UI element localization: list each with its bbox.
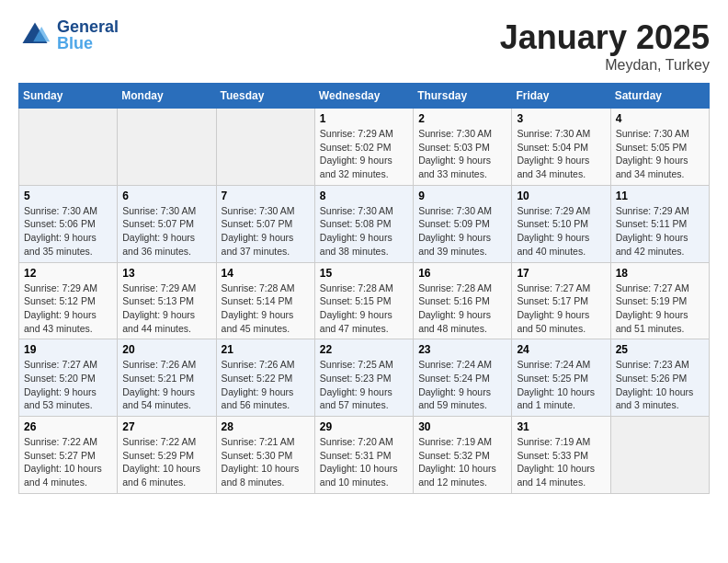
day-number: 9 — [418, 190, 506, 202]
day-number: 19 — [24, 343, 112, 356]
logo-text: General Blue — [57, 18, 119, 52]
calendar-day-cell: 22Sunrise: 7:25 AMSunset: 5:23 PMDayligh… — [314, 339, 413, 417]
day-info: Sunrise: 7:30 AMSunset: 5:05 PMDaylight:… — [616, 127, 704, 181]
day-number: 27 — [122, 420, 210, 433]
day-info: Sunrise: 7:27 AMSunset: 5:19 PMDaylight:… — [616, 282, 704, 336]
weekday-header-cell: Saturday — [610, 84, 709, 109]
calendar-day-cell — [19, 109, 118, 186]
day-info: Sunrise: 7:30 AMSunset: 5:09 PMDaylight:… — [418, 204, 506, 259]
day-number: 21 — [222, 343, 310, 356]
calendar-day-cell: 10Sunrise: 7:29 AMSunset: 5:10 PMDayligh… — [512, 185, 610, 262]
day-info: Sunrise: 7:25 AMSunset: 5:23 PMDaylight:… — [320, 358, 408, 412]
calendar-day-cell: 29Sunrise: 7:20 AMSunset: 5:31 PMDayligh… — [314, 417, 413, 494]
calendar-day-cell: 18Sunrise: 7:27 AMSunset: 5:19 PMDayligh… — [610, 262, 709, 339]
day-info: Sunrise: 7:29 AMSunset: 5:10 PMDaylight:… — [517, 204, 605, 259]
day-number: 6 — [122, 190, 210, 202]
calendar-day-cell: 28Sunrise: 7:21 AMSunset: 5:30 PMDayligh… — [216, 417, 314, 494]
day-number: 20 — [122, 343, 210, 356]
day-number: 11 — [616, 190, 704, 202]
day-number: 17 — [517, 267, 605, 280]
page-header: General Blue January 2025 Meydan, Turkey — [18, 18, 710, 74]
day-number: 14 — [222, 267, 310, 280]
day-number: 25 — [616, 343, 704, 356]
day-info: Sunrise: 7:29 AMSunset: 5:11 PMDaylight:… — [616, 204, 704, 259]
logo-line2: Blue — [57, 35, 119, 52]
day-number: 29 — [320, 420, 408, 433]
day-number: 30 — [418, 420, 506, 433]
calendar-week-row: 5Sunrise: 7:30 AMSunset: 5:06 PMDaylight… — [19, 185, 710, 262]
calendar-day-cell: 17Sunrise: 7:27 AMSunset: 5:17 PMDayligh… — [512, 262, 610, 339]
day-number: 1 — [320, 112, 408, 125]
day-info: Sunrise: 7:26 AMSunset: 5:22 PMDaylight:… — [222, 358, 310, 412]
calendar-day-cell: 5Sunrise: 7:30 AMSunset: 5:06 PMDaylight… — [19, 185, 118, 262]
calendar-day-cell — [216, 109, 314, 186]
weekday-header-row: SundayMondayTuesdayWednesdayThursdayFrid… — [19, 84, 710, 109]
day-info: Sunrise: 7:19 AMSunset: 5:32 PMDaylight:… — [418, 435, 506, 489]
calendar-day-cell: 20Sunrise: 7:26 AMSunset: 5:21 PMDayligh… — [118, 339, 216, 417]
calendar: SundayMondayTuesdayWednesdayThursdayFrid… — [18, 83, 710, 494]
day-info: Sunrise: 7:22 AMSunset: 5:29 PMDaylight:… — [122, 435, 210, 489]
title-block: January 2025 Meydan, Turkey — [500, 18, 710, 74]
calendar-day-cell: 16Sunrise: 7:28 AMSunset: 5:16 PMDayligh… — [414, 262, 512, 339]
day-number: 23 — [418, 343, 506, 356]
calendar-day-cell: 1Sunrise: 7:29 AMSunset: 5:02 PMDaylight… — [314, 109, 413, 186]
day-info: Sunrise: 7:27 AMSunset: 5:17 PMDaylight:… — [517, 282, 605, 336]
calendar-day-cell: 19Sunrise: 7:27 AMSunset: 5:20 PMDayligh… — [19, 339, 118, 417]
calendar-week-row: 1Sunrise: 7:29 AMSunset: 5:02 PMDaylight… — [19, 109, 710, 186]
calendar-day-cell: 7Sunrise: 7:30 AMSunset: 5:07 PMDaylight… — [216, 185, 314, 262]
weekday-header-cell: Wednesday — [314, 84, 413, 109]
calendar-day-cell: 27Sunrise: 7:22 AMSunset: 5:29 PMDayligh… — [118, 417, 216, 494]
calendar-day-cell: 11Sunrise: 7:29 AMSunset: 5:11 PMDayligh… — [610, 185, 709, 262]
day-number: 15 — [320, 267, 408, 280]
weekday-header-cell: Monday — [118, 84, 216, 109]
day-info: Sunrise: 7:19 AMSunset: 5:33 PMDaylight:… — [517, 435, 605, 489]
calendar-day-cell: 24Sunrise: 7:24 AMSunset: 5:25 PMDayligh… — [512, 339, 610, 417]
calendar-day-cell — [118, 109, 216, 186]
calendar-day-cell: 30Sunrise: 7:19 AMSunset: 5:32 PMDayligh… — [414, 417, 512, 494]
day-info: Sunrise: 7:29 AMSunset: 5:02 PMDaylight:… — [320, 127, 408, 181]
day-info: Sunrise: 7:22 AMSunset: 5:27 PMDaylight:… — [24, 435, 112, 489]
calendar-day-cell: 2Sunrise: 7:30 AMSunset: 5:03 PMDaylight… — [414, 109, 512, 186]
calendar-day-cell: 13Sunrise: 7:29 AMSunset: 5:13 PMDayligh… — [118, 262, 216, 339]
day-info: Sunrise: 7:30 AMSunset: 5:03 PMDaylight:… — [418, 127, 506, 181]
weekday-header-cell: Thursday — [414, 84, 512, 109]
calendar-day-cell: 15Sunrise: 7:28 AMSunset: 5:15 PMDayligh… — [314, 262, 413, 339]
day-number: 22 — [320, 343, 408, 356]
month-title: January 2025 — [500, 18, 710, 57]
calendar-day-cell: 31Sunrise: 7:19 AMSunset: 5:33 PMDayligh… — [512, 417, 610, 494]
day-number: 31 — [517, 420, 605, 433]
day-number: 12 — [24, 267, 112, 280]
day-number: 10 — [517, 190, 605, 202]
weekday-header-cell: Tuesday — [216, 84, 314, 109]
calendar-day-cell: 25Sunrise: 7:23 AMSunset: 5:26 PMDayligh… — [610, 339, 709, 417]
calendar-day-cell: 14Sunrise: 7:28 AMSunset: 5:14 PMDayligh… — [216, 262, 314, 339]
day-number: 26 — [24, 420, 112, 433]
day-number: 13 — [122, 267, 210, 280]
day-number: 4 — [616, 112, 704, 125]
day-info: Sunrise: 7:28 AMSunset: 5:14 PMDaylight:… — [222, 282, 310, 336]
day-number: 3 — [517, 112, 605, 125]
calendar-day-cell: 26Sunrise: 7:22 AMSunset: 5:27 PMDayligh… — [19, 417, 118, 494]
day-info: Sunrise: 7:27 AMSunset: 5:20 PMDaylight:… — [24, 358, 112, 412]
calendar-day-cell: 9Sunrise: 7:30 AMSunset: 5:09 PMDaylight… — [414, 185, 512, 262]
day-info: Sunrise: 7:24 AMSunset: 5:25 PMDaylight:… — [517, 358, 605, 412]
day-info: Sunrise: 7:29 AMSunset: 5:13 PMDaylight:… — [122, 282, 210, 336]
day-info: Sunrise: 7:30 AMSunset: 5:08 PMDaylight:… — [320, 204, 408, 259]
day-info: Sunrise: 7:21 AMSunset: 5:30 PMDaylight:… — [222, 435, 310, 489]
day-number: 24 — [517, 343, 605, 356]
calendar-day-cell: 21Sunrise: 7:26 AMSunset: 5:22 PMDayligh… — [216, 339, 314, 417]
day-number: 18 — [616, 267, 704, 280]
day-info: Sunrise: 7:20 AMSunset: 5:31 PMDaylight:… — [320, 435, 408, 489]
weekday-header-cell: Sunday — [19, 84, 118, 109]
day-number: 7 — [222, 190, 310, 202]
day-info: Sunrise: 7:23 AMSunset: 5:26 PMDaylight:… — [616, 358, 704, 412]
calendar-day-cell: 12Sunrise: 7:29 AMSunset: 5:12 PMDayligh… — [19, 262, 118, 339]
logo-icon — [18, 18, 51, 52]
day-number: 8 — [320, 190, 408, 202]
calendar-week-row: 12Sunrise: 7:29 AMSunset: 5:12 PMDayligh… — [19, 262, 710, 339]
calendar-day-cell: 23Sunrise: 7:24 AMSunset: 5:24 PMDayligh… — [414, 339, 512, 417]
calendar-day-cell — [610, 417, 709, 494]
day-number: 16 — [418, 267, 506, 280]
day-number: 28 — [222, 420, 310, 433]
calendar-body: 1Sunrise: 7:29 AMSunset: 5:02 PMDaylight… — [19, 109, 710, 494]
